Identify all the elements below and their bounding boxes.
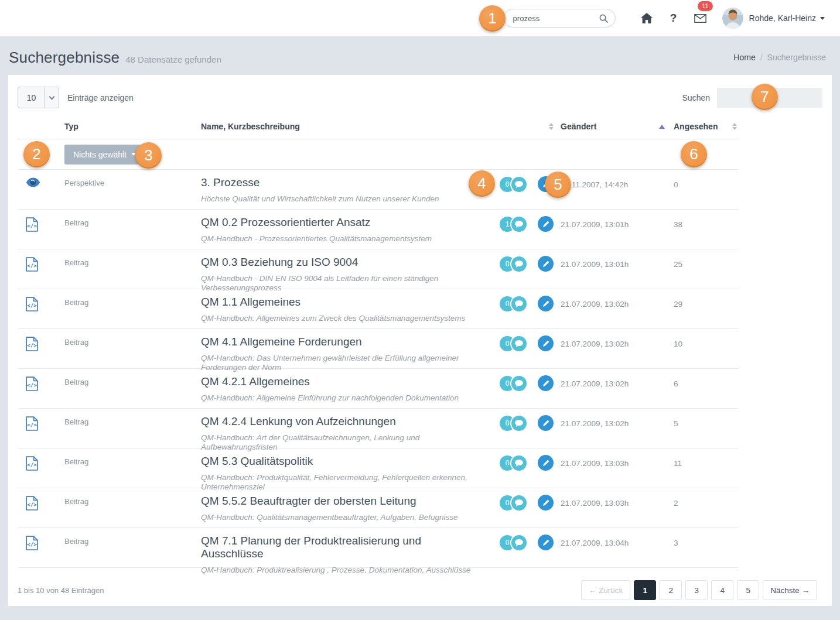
code-document-icon: </> <box>26 337 38 351</box>
row-modified-date: 21.07.2009, 13:02h <box>554 296 665 328</box>
row-type-label: Beitrag <box>64 457 88 466</box>
row-type-label: Beitrag <box>64 218 88 227</box>
edit-pencil-button[interactable] <box>538 176 554 192</box>
home-button[interactable] <box>633 6 660 30</box>
row-type-label: Beitrag <box>64 338 88 347</box>
row-view-count: 5 <box>665 415 738 452</box>
page-button-4[interactable]: 4 <box>711 580 733 600</box>
table-body: </> Perspektive 3. Prozesse Höchste Qual… <box>18 170 738 568</box>
mail-button[interactable]: 11 <box>687 6 714 30</box>
comment-bubble-icon[interactable] <box>511 495 527 511</box>
row-title-link[interactable]: QM 4.2.4 Lenkung von Aufzeichnungen <box>201 415 396 428</box>
comment-bubble-icon[interactable] <box>511 217 527 232</box>
column-modified-header[interactable]: Geändert <box>554 122 665 131</box>
user-menu[interactable]: Rohde, Karl-Heinz <box>749 13 825 23</box>
code-document-icon: </> <box>26 257 38 272</box>
row-modified-date: 21.07.2009, 13:01h <box>554 256 665 293</box>
help-button[interactable]: ? <box>660 6 687 30</box>
edit-pencil-button[interactable] <box>538 455 554 471</box>
search-input[interactable] <box>513 14 599 23</box>
next-page-button[interactable]: Nächste → <box>763 580 817 600</box>
edit-pencil-button[interactable] <box>538 375 554 391</box>
page-button-2[interactable]: 2 <box>660 580 682 600</box>
row-title-link[interactable]: QM 4.1 Allgemeine Forderungen <box>201 335 362 348</box>
edit-pencil-button[interactable] <box>538 415 554 431</box>
comment-bubble-icon[interactable] <box>511 376 527 391</box>
row-title-link[interactable]: QM 5.5.2 Beauftragter der obersten Leitu… <box>201 495 416 508</box>
comment-bubble-icon[interactable] <box>511 416 527 431</box>
result-count: 48 Datensätze gefunden <box>125 54 221 64</box>
search-icon[interactable] <box>599 14 608 23</box>
row-title-link[interactable]: 3. Prozesse <box>201 176 259 189</box>
page-button-1[interactable]: 1 <box>634 580 656 600</box>
row-modified-date: 21.07.2009, 13:02h <box>554 415 665 452</box>
row-title-link[interactable]: QM 7.1 Planung der Produktrealisierung u… <box>201 535 483 560</box>
comment-bubble-icon[interactable] <box>511 455 527 471</box>
svg-text:</>: </> <box>27 461 37 468</box>
page-button-5[interactable]: 5 <box>737 580 759 600</box>
comment-bubble-icon[interactable] <box>511 296 527 311</box>
edit-pencil-button[interactable] <box>538 495 554 511</box>
row-modified-date: 21.07.2009, 13:03h <box>554 455 665 492</box>
code-document-icon: </> <box>26 297 38 311</box>
row-subtitle: QM-Handbuch: Allgemeines zum Zweck des Q… <box>201 314 483 323</box>
mail-icon <box>694 14 706 23</box>
table-row: </> Beitrag QM 7.1 Planung der Produktre… <box>18 528 738 568</box>
row-modified-date: 21.07.2009, 13:04h <box>554 535 665 575</box>
breadcrumb-home[interactable]: Home <box>733 53 755 62</box>
edit-pencil-button[interactable] <box>538 256 554 272</box>
row-view-count: 25 <box>665 256 738 293</box>
column-type-header[interactable]: Typ <box>64 122 201 131</box>
comment-bubble-icon[interactable] <box>511 177 527 192</box>
row-view-count: 11 <box>665 455 738 492</box>
row-modified-date: 05.11.2007, 14:42h <box>554 176 665 209</box>
sort-icon <box>549 123 554 130</box>
code-document-icon: </> <box>26 376 38 391</box>
row-view-count: 2 <box>665 495 738 527</box>
row-title-link[interactable]: QM 4.2.1 Allgemeines <box>201 375 310 388</box>
svg-text:</>: </> <box>27 422 37 428</box>
table-search-input[interactable] <box>717 88 822 108</box>
sort-asc-icon <box>659 125 665 129</box>
table-row: </> Beitrag QM 5.5.2 Beauftragter der ob… <box>18 488 738 528</box>
row-subtitle: QM-Handbuch - Prozessorientiertes Qualit… <box>201 234 483 244</box>
code-document-icon: </> <box>26 536 38 550</box>
page-size-select[interactable]: 10 <box>18 87 59 108</box>
column-name-header[interactable]: Name, Kurzbeschreibung <box>201 122 554 131</box>
edit-pencil-button[interactable] <box>538 296 554 311</box>
table-controls: 10 Einträge anzeigen Suchen <box>18 87 822 108</box>
row-modified-date: 21.07.2009, 13:03h <box>554 495 665 527</box>
svg-text:</>: </> <box>27 222 37 229</box>
row-subtitle: QM-Handbuch: Produktrealisierung , Proze… <box>201 566 483 575</box>
results-table: Typ Name, Kurzbeschreibung Geändert Ange… <box>18 114 738 568</box>
table-row: </> Beitrag QM 0.2 Prozessorientierter A… <box>18 210 738 249</box>
row-title-link[interactable]: QM 1.1 Allgemeines <box>201 296 301 309</box>
breadcrumb-current: Suchergebnisse <box>767 53 826 62</box>
edit-pencil-button[interactable] <box>538 335 554 351</box>
comment-bubble-icon[interactable] <box>511 535 527 550</box>
row-title-link[interactable]: QM 0.3 Beziehung zu ISO 9004 <box>201 256 358 269</box>
row-title-link[interactable]: QM 0.2 Prozessorientierter Ansatz <box>201 216 370 229</box>
table-row: </> Beitrag QM 4.1 Allgemeine Forderunge… <box>18 329 738 369</box>
chevron-down-icon <box>45 87 59 108</box>
edit-pencil-button[interactable] <box>538 535 554 550</box>
column-viewed-header[interactable]: Angesehen <box>665 122 738 131</box>
edit-pencil-button[interactable] <box>538 216 554 232</box>
row-title-link[interactable]: QM 5.3 Qualitätspolitik <box>201 455 313 468</box>
comment-bubble-icon[interactable] <box>511 336 527 351</box>
home-icon <box>641 13 653 23</box>
prev-page-button[interactable]: ← Zurück <box>581 580 631 600</box>
code-document-icon: </> <box>26 496 38 511</box>
type-filter-dropdown[interactable]: Nichts gewählt <box>64 145 145 165</box>
user-avatar[interactable] <box>722 8 743 29</box>
page-heading: Suchergebnisse 48 Datensätze gefunden Ho… <box>0 36 840 75</box>
row-modified-date: 21.07.2009, 13:02h <box>554 335 665 372</box>
row-type-label: Beitrag <box>64 298 88 307</box>
global-search[interactable] <box>503 9 616 28</box>
svg-text:</>: </> <box>27 382 37 388</box>
table-row: </> Beitrag QM 5.3 Qualitätspolitik QM-H… <box>18 448 738 488</box>
row-type-label: Beitrag <box>64 258 88 267</box>
page-button-3[interactable]: 3 <box>685 580 708 600</box>
comment-bubble-icon[interactable] <box>511 256 527 272</box>
table-footer: 1 bis 10 von 48 Einträgen ← Zurück 1 2 3… <box>18 580 822 600</box>
